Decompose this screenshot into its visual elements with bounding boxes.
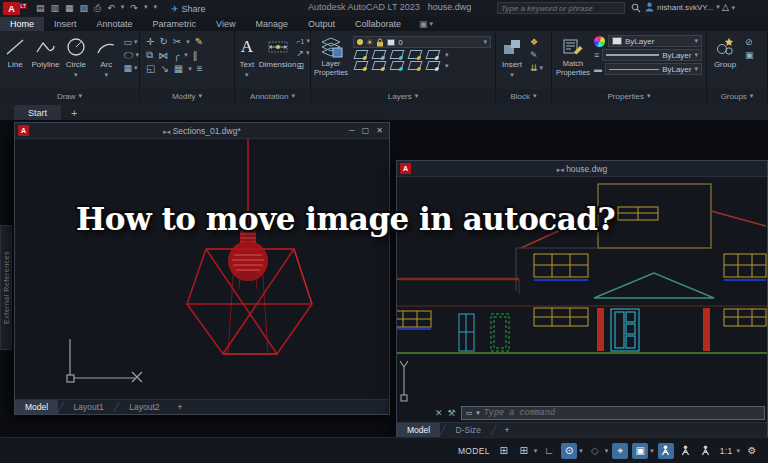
group-button[interactable]: Group [707,31,743,69]
new-layout-button-right[interactable]: + [497,425,518,435]
search-input[interactable] [501,4,621,13]
polar-dropdown-icon[interactable]: ▾ [579,447,583,455]
polyline-tool-button[interactable]: Polyline [30,31,60,69]
edit-block-tool-icon[interactable]: ✎ [530,50,538,60]
user-account-button[interactable]: nishant.svkVY... ▾ [645,2,720,12]
text-tool-button[interactable]: A Text ▾ [235,31,259,79]
plot-icon[interactable]: ⎙ [94,3,101,14]
circle-dropdown-icon[interactable]: ▾ [74,71,78,79]
insert-dropdown-icon[interactable]: ▾ [510,71,514,79]
grid-display-icon[interactable]: ⊞ [496,443,512,459]
layer-color-swatch[interactable] [387,39,395,46]
layer-isolate-tool-icon[interactable] [372,50,387,59]
sections-drawing-canvas[interactable] [15,139,389,399]
object-snap-icon[interactable]: ▣ [632,443,648,459]
object-snap-dropdown-icon[interactable]: ▾ [650,447,654,455]
external-references-palette-tab[interactable]: External References [0,225,12,350]
recent-commands-icon[interactable]: ▭ [466,409,473,417]
ribbon-display-toggle[interactable]: ▣ ▾ [411,17,441,31]
new-file-icon[interactable]: ▤ [36,3,45,14]
tab-view[interactable]: View [206,17,245,31]
layer-tools-dropdown-icon[interactable]: ▾ [445,51,449,59]
arc-tool-button[interactable]: Arc ▾ [91,31,121,79]
tab-home[interactable]: Home [0,17,44,31]
tab-parametric[interactable]: Parametric [143,17,207,31]
group-edit-tool-icon[interactable]: ▣ [745,50,754,60]
create-block-tool-icon[interactable]: ❖ [530,37,538,47]
leader-dropdown-icon[interactable]: ▾ [306,37,310,45]
erase-tool-icon[interactable]: ✎ [195,36,203,47]
lineweight-dropdown[interactable]: ByLayer ▾ [602,49,702,61]
annotation-scale-value[interactable]: 1:1 [718,443,735,459]
minimize-window-icon[interactable]: ─ [349,126,355,135]
layer-unlock-tool-icon[interactable] [408,61,423,70]
annotation-panel-label[interactable]: Annotation▾ [235,89,310,103]
leader-tool-icon[interactable]: ⌐1 [297,38,305,45]
layer-on-tool-icon[interactable] [354,61,369,70]
share-button[interactable]: ✈ Share [171,4,206,14]
layer-lock-icon[interactable] [376,38,384,47]
fillet-dropdown-icon[interactable]: ▾ [184,51,188,59]
polar-tracking-icon[interactable]: ⊙ [561,443,577,459]
object-color-dropdown[interactable]: ByLayer ▾ [608,35,702,47]
groups-panel-label[interactable]: Groups▾ [707,89,767,103]
match-properties-button[interactable]: Match Properties [552,31,594,77]
rectangle-tool-icon[interactable]: ▭ [123,37,132,47]
multileader-tool-icon[interactable]: ↗ [297,48,305,58]
layer-select-dropdown[interactable]: ☀ 0 ▾ [353,36,491,48]
trim-tool-icon[interactable]: ✂ [173,36,181,47]
layer-off-tool-icon[interactable] [354,50,369,59]
autocad-logo-icon[interactable]: A LT [3,2,20,15]
redo-icon[interactable]: ↷ [130,3,138,14]
draw-panel-label[interactable]: Draw▾ [0,89,139,103]
ellipse-dropdown-icon[interactable]: ▾ [135,51,139,59]
ortho-mode-icon[interactable]: ∟ [541,443,557,459]
explode-tool-icon[interactable]: ≡ [197,63,203,74]
model-tab-left[interactable]: Model [15,400,58,414]
save-icon[interactable]: ▦ [65,3,74,14]
dimension-tool-button[interactable]: Dimension [259,31,297,69]
annotation-autoscale-icon[interactable] [678,443,694,459]
isometric-dropdown-icon[interactable]: ▾ [605,447,609,455]
move-tool-icon[interactable]: ✛ [146,36,154,47]
new-drawing-tab-button[interactable]: + [71,107,77,120]
model-tab-right[interactable]: Model [397,423,440,437]
text-dropdown-icon[interactable]: ▾ [245,71,249,79]
house-window-titlebar[interactable]: A ▸◂ house.dwg [397,161,767,177]
help-search-box[interactable] [497,2,625,14]
close-window-icon[interactable]: ✕ [376,126,383,135]
circle-tool-button[interactable]: Circle ▾ [61,31,91,79]
tab-annotate[interactable]: Annotate [87,17,143,31]
layer-on-bulb-icon[interactable] [357,39,363,45]
open-file-icon[interactable]: ▥ [51,3,60,14]
trim-dropdown-icon[interactable]: ▾ [186,38,190,46]
properties-panel-label[interactable]: Properties▾ [552,89,706,103]
search-icon[interactable] [631,3,641,13]
snap-mode-icon[interactable]: ⊞ [516,443,532,459]
tab-output[interactable]: Output [298,17,345,31]
attributes-dropdown-icon[interactable]: ▾ [540,64,544,72]
scale-dropdown-icon[interactable]: ▾ [736,447,740,455]
layer-tools2-dropdown-icon[interactable]: ▾ [445,62,449,70]
hatch-tool-icon[interactable]: ▦ [123,63,132,73]
tab-insert[interactable]: Insert [44,17,87,31]
layout1-tab[interactable]: Layout1 [64,400,114,414]
new-layout-button-left[interactable]: + [170,402,191,412]
undo-dropdown-icon[interactable]: ▾ [121,3,125,14]
layer-thaw-tool-icon[interactable] [390,61,405,70]
undo-icon[interactable]: ↶ [107,3,115,14]
layer-prev-tool-icon[interactable] [426,61,441,70]
annotation-visibility-icon[interactable] [658,443,674,459]
arc-dropdown-icon[interactable]: ▾ [104,71,108,79]
layer-freeze-tool-icon[interactable] [390,50,405,59]
insert-block-button[interactable]: Insert ▾ [496,31,528,79]
rotate-tool-icon[interactable]: ↻ [159,36,167,47]
offset-tool-icon[interactable]: ∥ [193,50,198,61]
layers-panel-label[interactable]: Layers▾ [311,89,495,103]
layer-lock-tool-icon[interactable] [408,50,423,59]
save-as-icon[interactable]: ▧ [80,3,89,14]
start-tab[interactable]: Start [14,105,61,120]
command-input[interactable] [484,408,760,418]
modify-panel-label[interactable]: Modify▾ [140,89,234,103]
autodesk-app-icon[interactable]: △ ▾ [722,2,735,12]
